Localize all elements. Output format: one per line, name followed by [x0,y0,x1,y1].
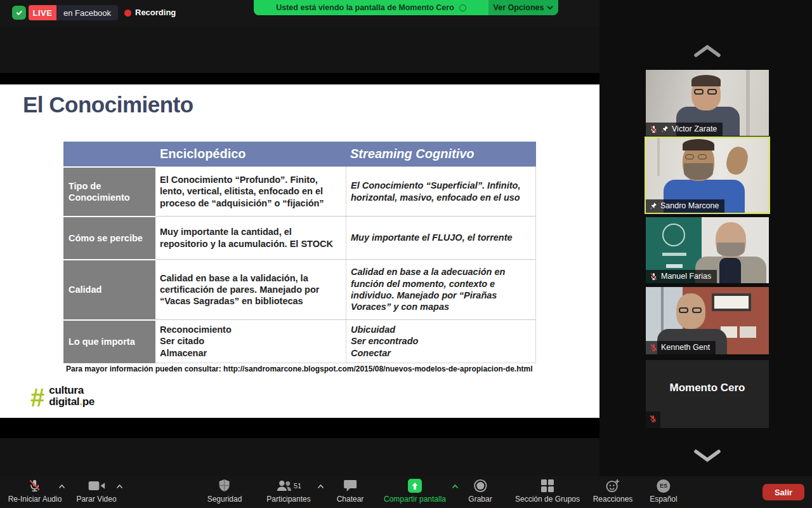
background-window-frame [657,138,660,176]
toolbar-label: Grabar [468,495,492,504]
logo-line1: cultura [49,384,84,396]
person-beard [684,163,713,180]
mic-muted-icon [29,479,41,493]
toolbar-label: Seguridad [207,495,242,504]
pin-icon [661,125,669,133]
share-options-chevron-icon[interactable] [452,484,459,489]
glasses-left-lens [679,307,688,313]
participant-name-bar: Manuel Farias [646,270,717,283]
participant-name: Kenneth Gent [661,343,710,352]
share-screen-button[interactable]: Compartir pantalla [384,479,446,504]
table-row: Cómo se percibe Muy importante la cantid… [63,216,536,259]
leave-meeting-button[interactable]: Salir [763,484,804,500]
audio-options-chevron-icon[interactable] [58,484,65,489]
background-doorframe [746,70,750,136]
video-tile-manuel-farias[interactable]: Manuel Farias [646,217,769,283]
cell-streaming: Ubicuidad Ser encontrado Conectar [346,319,536,363]
video-tile-victor-zarate[interactable]: Victor Zarate [646,70,769,136]
video-tile-kenneth-gent[interactable]: Kenneth Gent [646,287,769,354]
mic-muted-icon [650,272,658,281]
hash-logo-icon: # [30,387,44,408]
language-es-icon: ES [657,479,671,493]
view-options-button[interactable]: Ver Opciones [488,0,558,15]
video-tile-sandro-marcone[interactable]: Sandro Marcone [646,138,769,213]
toolbar-label: Español [650,495,677,504]
cell-streaming: El Conocimiento “Superficial”. Infinito,… [346,166,536,216]
table-header-row: Enciclopédico Streaming Cognitivo [63,142,536,166]
view-options-label: Ver Opciones [494,3,544,12]
comparison-table: Enciclopédico Streaming Cognitivo Tipo d… [63,142,536,359]
pin-icon [650,202,657,210]
recording-dot-icon [124,10,131,17]
wall-frame [712,293,751,311]
shared-screen-region: El Conocimiento Enciclopédico Streaming … [0,73,599,438]
toolbar-label: Re-Iniciar Audio [8,495,62,504]
breakout-grid-icon [541,479,554,492]
logo-tld: pe [82,396,95,408]
scroll-down-chevron-icon[interactable] [692,448,723,464]
letterbox-bottom [0,418,599,438]
facebook-stream-badge[interactable]: en Facebook [56,5,118,20]
table-row: Lo que importa Reconocimiento Ser citado… [63,319,536,359]
interpretation-button[interactable]: ES Español [650,479,677,504]
table-header-enciclopedico: Enciclopédico [155,142,346,166]
table-row: Calidad Calidad en base a la validación,… [63,259,536,319]
participant-name: Victor Zarate [672,124,717,133]
cell-enciclopedico: Calidad en base a la validación, la cert… [155,259,346,319]
table-header-empty [63,142,155,166]
person-beard [717,243,745,257]
banner-seal-logo [662,224,685,246]
cultura-digital-logo: # cultura digital.pe [30,385,95,408]
toolbar-label: Sección de Grupos [515,495,580,504]
chat-button[interactable]: Chatear [337,479,364,504]
meeting-controls-toolbar: Re-Iniciar Audio Parar Video Seguridad 5… [0,476,812,508]
video-tile-momento-cero[interactable]: Momento Cero [646,360,769,428]
table-row: Tipo de Conocimiento El Conocimiento “Pr… [63,166,536,216]
share-banner-text: Usted está viendo la pantalla de Momento… [276,3,454,12]
mic-muted-badge [646,411,660,428]
glasses-right-lens [707,89,717,95]
mic-muted-icon [650,125,658,133]
participants-button[interactable]: 51 Participantes [266,479,310,504]
person-shirt [719,258,741,283]
stop-video-button[interactable]: Parar Video [76,479,116,504]
toolbar-label: Parar Video [76,495,116,504]
toolbar-label: Compartir pantalla [384,495,446,504]
cell-enciclopedico: Muy importante la cantidad, el repositor… [155,216,346,259]
participant-name: Manuel Farias [661,272,711,281]
encryption-shield-icon [12,6,26,20]
person-hair [691,75,721,86]
scroll-up-chevron-icon[interactable] [692,43,723,58]
cell-streaming: Calidad en base a la adecuación en funci… [346,259,536,319]
shelf-box [740,326,756,338]
breakout-rooms-button[interactable]: Sección de Grupos [515,479,580,504]
participant-name-bar: Victor Zarate [646,123,723,136]
camera-icon [88,480,105,491]
live-badge: LIVE [29,5,56,20]
toolbar-label: Participantes [266,495,310,504]
participants-count: 51 [294,482,301,490]
participant-name: Sandro Marcone [660,201,719,210]
record-icon [473,479,487,493]
screen-share-banner: Usted está viendo la pantalla de Momento… [254,0,488,15]
participant-name-bar: Kenneth Gent [646,341,716,354]
glasses-left-lens [685,154,694,159]
participants-chevron-icon[interactable] [317,484,324,489]
slide-footer-note: Para mayor información pueden consultar:… [66,364,532,373]
raised-hand [724,145,750,177]
participants-icon [276,479,292,492]
row-label: Tipo de Conocimiento [63,166,155,216]
video-sidebar: Victor Zarate Sandro Marcone Manuel Fari… [599,0,812,476]
glasses-right-lens [698,154,707,159]
record-button[interactable]: Grabar [468,479,492,504]
recording-label: Recording [135,8,176,17]
row-label: Lo que importa [63,319,155,363]
security-button[interactable]: Seguridad [207,479,242,504]
unmute-audio-button[interactable]: Re-Iniciar Audio [8,479,62,504]
participant-name-bar: Sandro Marcone [646,199,724,213]
reactions-button[interactable]: Reacciones [593,479,633,504]
video-options-chevron-icon[interactable] [116,484,123,489]
cell-enciclopedico: El Conocimiento “Profundo”. Finito, lent… [155,166,346,216]
row-label: Cómo se percibe [63,216,155,259]
logo-line2-word: digital [49,396,79,408]
